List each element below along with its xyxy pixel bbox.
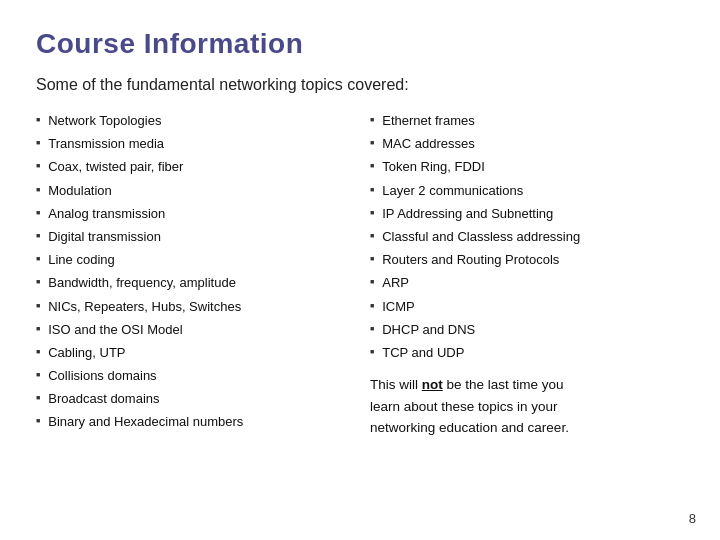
right-list-item: Token Ring, FDDI bbox=[370, 158, 684, 176]
right-list-item: MAC addresses bbox=[370, 135, 684, 153]
right-list-item: Classful and Classless addressing bbox=[370, 228, 684, 246]
left-list-item: Collisions domains bbox=[36, 367, 350, 385]
right-column: Ethernet framesMAC addressesToken Ring, … bbox=[370, 112, 684, 439]
closing-text: This will not be the last time you learn… bbox=[370, 374, 684, 439]
left-list-item: Analog transmission bbox=[36, 205, 350, 223]
right-list-item: Ethernet frames bbox=[370, 112, 684, 130]
right-list-item: DHCP and DNS bbox=[370, 321, 684, 339]
subtitle: Some of the fundamental networking topic… bbox=[36, 76, 684, 94]
left-column: Network TopologiesTransmission mediaCoax… bbox=[36, 112, 350, 439]
left-list-item: NICs, Repeaters, Hubs, Switches bbox=[36, 298, 350, 316]
left-list-item: Digital transmission bbox=[36, 228, 350, 246]
left-list-item: Transmission media bbox=[36, 135, 350, 153]
page-title: Course Information bbox=[36, 28, 684, 60]
right-list-item: TCP and UDP bbox=[370, 344, 684, 362]
slide-page: Course Information Some of the fundament… bbox=[0, 0, 720, 540]
left-bullet-list: Network TopologiesTransmission mediaCoax… bbox=[36, 112, 350, 432]
closing-text-before-not: This will bbox=[370, 377, 422, 392]
left-list-item: ISO and the OSI Model bbox=[36, 321, 350, 339]
left-list-item: Modulation bbox=[36, 182, 350, 200]
page-number: 8 bbox=[689, 511, 696, 526]
left-list-item: Cabling, UTP bbox=[36, 344, 350, 362]
content-area: Network TopologiesTransmission mediaCoax… bbox=[36, 112, 684, 439]
left-list-item: Binary and Hexadecimal numbers bbox=[36, 413, 350, 431]
right-bullet-list: Ethernet framesMAC addressesToken Ring, … bbox=[370, 112, 684, 362]
left-list-item: Coax, twisted pair, fiber bbox=[36, 158, 350, 176]
right-list-item: ICMP bbox=[370, 298, 684, 316]
left-list-item: Network Topologies bbox=[36, 112, 350, 130]
left-list-item: Line coding bbox=[36, 251, 350, 269]
left-list-item: Bandwidth, frequency, amplitude bbox=[36, 274, 350, 292]
right-list-item: Routers and Routing Protocols bbox=[370, 251, 684, 269]
right-list-item: ARP bbox=[370, 274, 684, 292]
closing-text-not: not bbox=[422, 377, 443, 392]
closing-paragraph: This will not be the last time you learn… bbox=[370, 374, 684, 439]
left-list-item: Broadcast domains bbox=[36, 390, 350, 408]
right-list-item: IP Addressing and Subnetting bbox=[370, 205, 684, 223]
right-list-item: Layer 2 communications bbox=[370, 182, 684, 200]
